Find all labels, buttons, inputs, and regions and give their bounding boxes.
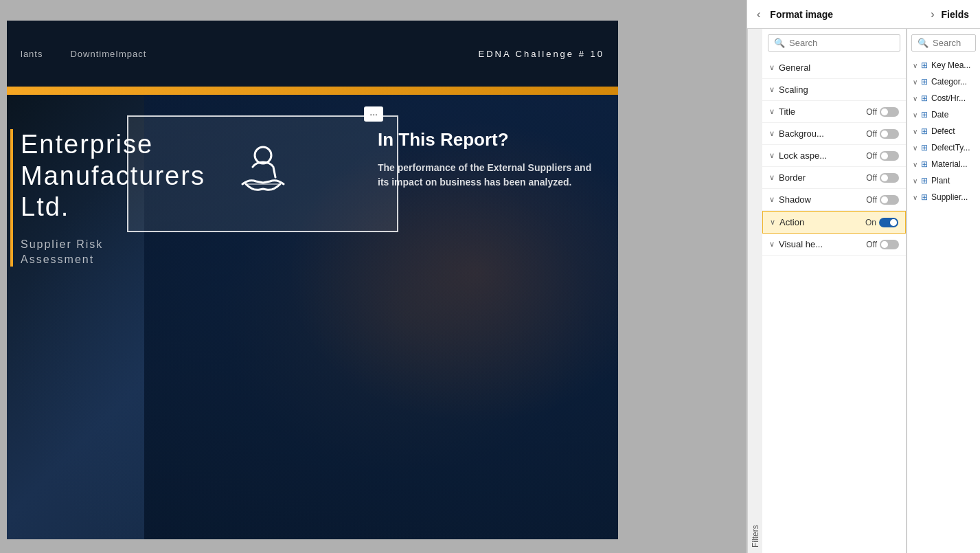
field-key-measures[interactable]: ∨ ⊞ Key Mea... <box>907 57 980 74</box>
section-scaling[interactable]: ∨ Scaling <box>762 79 906 101</box>
field-defect[interactable]: ∨ ⊞ Defect <box>907 123 980 139</box>
fields-search-icon: 🔍 <box>918 38 928 48</box>
field-label-material: Material... <box>931 159 968 169</box>
shadow-toggle[interactable]: Off <box>866 195 899 205</box>
nav-link-plants[interactable]: lants <box>21 49 43 59</box>
right-content: In This Report? The performance of the E… <box>378 129 604 190</box>
nav-title: EDNA Challenge # 10 <box>479 49 604 59</box>
field-chevron-plant: ∨ <box>913 177 918 185</box>
field-material[interactable]: ∨ ⊞ Material... <box>907 156 980 172</box>
field-label-date: Date <box>931 110 948 120</box>
action-toggle[interactable]: On <box>865 218 898 227</box>
section-shadow[interactable]: ∨ Shadow Off <box>762 189 906 211</box>
format-search-input[interactable] <box>789 38 904 48</box>
report-description: The performance of the External Supplier… <box>378 161 604 190</box>
field-defect-type[interactable]: ∨ ⊞ DefectTy... <box>907 139 980 156</box>
section-label-border: Border <box>779 172 862 183</box>
field-table-icon-category: ⊞ <box>921 77 928 87</box>
panel-back-button[interactable]: ‹ <box>753 5 764 23</box>
fields-search-box[interactable]: 🔍 <box>911 34 976 52</box>
field-chevron-supplier: ∨ <box>913 194 918 201</box>
right-panel: ‹ Format image › Fields Filters 🔍 <box>747 0 980 553</box>
panel-forward-button[interactable]: › <box>926 5 938 23</box>
chevron-background: ∨ <box>769 129 775 138</box>
section-background[interactable]: ∨ Backgrou... Off <box>762 123 906 145</box>
title-toggle[interactable]: Off <box>866 107 899 117</box>
title-toggle-label: Off <box>866 107 877 117</box>
filters-label: Filters <box>747 29 762 553</box>
background-toggle[interactable]: Off <box>866 129 899 139</box>
section-label-action: Action <box>779 217 861 227</box>
field-cost-hr[interactable]: ∨ ⊞ Cost/Hr... <box>907 90 980 106</box>
fields-search-input[interactable] <box>933 38 980 48</box>
svg-point-0 <box>255 147 271 163</box>
field-category[interactable]: ∨ ⊞ Categor... <box>907 74 980 90</box>
section-action[interactable]: ∨ Action On <box>762 211 906 234</box>
field-table-icon-cost-hr: ⊞ <box>921 93 928 103</box>
left-accent-bar <box>10 129 13 267</box>
section-label-shadow: Shadow <box>779 194 862 205</box>
section-label-background: Backgrou... <box>779 128 862 139</box>
section-border[interactable]: ∨ Border Off <box>762 167 906 189</box>
field-chevron-category: ∨ <box>913 78 918 86</box>
section-general[interactable]: ∨ General <box>762 57 906 79</box>
fields-panel: 🔍 ∨ ⊞ Key Mea... ∨ ⊞ Categor... ∨ ⊞ <box>907 29 980 553</box>
person-hands-icon <box>236 143 290 205</box>
report-content: Enterprise Manufacturers Ltd. Supplier R… <box>7 95 618 539</box>
field-chevron-cost-hr: ∨ <box>913 95 918 102</box>
field-table-icon-supplier: ⊞ <box>921 192 928 202</box>
field-supplier[interactable]: ∨ ⊞ Supplier... <box>907 189 980 205</box>
chevron-title: ∨ <box>769 107 775 116</box>
panel-fields-title: Fields <box>942 9 975 20</box>
field-chevron-defect: ∨ <box>913 128 918 135</box>
top-bar <box>7 87 618 95</box>
report-heading: In This Report? <box>378 129 604 150</box>
field-label-defect-type: DefectTy... <box>931 143 970 153</box>
field-date[interactable]: ∨ ⊞ Date <box>907 106 980 123</box>
background-toggle-label: Off <box>866 129 877 139</box>
field-plant[interactable]: ∨ ⊞ Plant <box>907 172 980 189</box>
section-title[interactable]: ∨ Title Off <box>762 101 906 123</box>
section-label-lock-aspect: Lock aspe... <box>779 150 862 161</box>
field-chevron-key-measures: ∨ <box>913 62 918 69</box>
chevron-border: ∨ <box>769 173 775 182</box>
lock-aspect-toggle[interactable]: Off <box>866 151 899 161</box>
section-lock-aspect[interactable]: ∨ Lock aspe... Off <box>762 145 906 167</box>
section-label-title: Title <box>779 106 862 117</box>
section-label-scaling: Scaling <box>779 84 899 95</box>
field-label-defect: Defect <box>931 126 955 136</box>
field-chevron-material: ∨ <box>913 161 918 168</box>
nav-links: lants DowntimeImpact <box>21 49 146 59</box>
selected-image-box[interactable]: ··· <box>127 115 398 232</box>
field-label-plant: Plant <box>931 176 950 185</box>
canvas-area: lants DowntimeImpact EDNA Challenge # 10… <box>0 0 747 553</box>
panel-body: Filters 🔍 ∨ General ∨ Scaling <box>747 29 980 553</box>
field-table-icon-plant: ⊞ <box>921 176 928 185</box>
section-visual-header[interactable]: ∨ Visual he... Off <box>762 234 906 256</box>
field-label-key-measures: Key Mea... <box>931 60 970 70</box>
field-table-icon-defect-type: ⊞ <box>921 143 928 153</box>
visual-header-toggle[interactable]: Off <box>866 240 899 249</box>
chevron-lock-aspect: ∨ <box>769 151 775 160</box>
panel-header: ‹ Format image › Fields <box>747 0 980 29</box>
field-table-icon-material: ⊞ <box>921 159 928 169</box>
chevron-action: ∨ <box>770 218 775 227</box>
field-table-icon-defect: ⊞ <box>921 126 928 136</box>
section-label-visual-header: Visual he... <box>779 239 862 249</box>
action-toggle-label: On <box>865 218 876 227</box>
shadow-toggle-label: Off <box>866 195 877 205</box>
field-label-category: Categor... <box>931 77 967 87</box>
company-subtitle: Supplier Risk Assessment <box>10 237 251 268</box>
field-label-supplier: Supplier... <box>931 192 968 202</box>
more-options-icon[interactable]: ··· <box>364 106 383 122</box>
border-toggle[interactable]: Off <box>866 173 899 183</box>
visual-header-toggle-label: Off <box>866 240 877 249</box>
field-chevron-date: ∨ <box>913 111 918 119</box>
panel-format-title: Format image <box>767 9 924 20</box>
field-chevron-defect-type: ∨ <box>913 144 918 152</box>
lock-aspect-toggle-label: Off <box>866 151 877 161</box>
chevron-shadow: ∨ <box>769 195 775 204</box>
nav-link-downtime[interactable]: DowntimeImpact <box>70 49 146 59</box>
search-icon: 🔍 <box>774 38 785 48</box>
format-search-box[interactable]: 🔍 <box>768 34 900 52</box>
